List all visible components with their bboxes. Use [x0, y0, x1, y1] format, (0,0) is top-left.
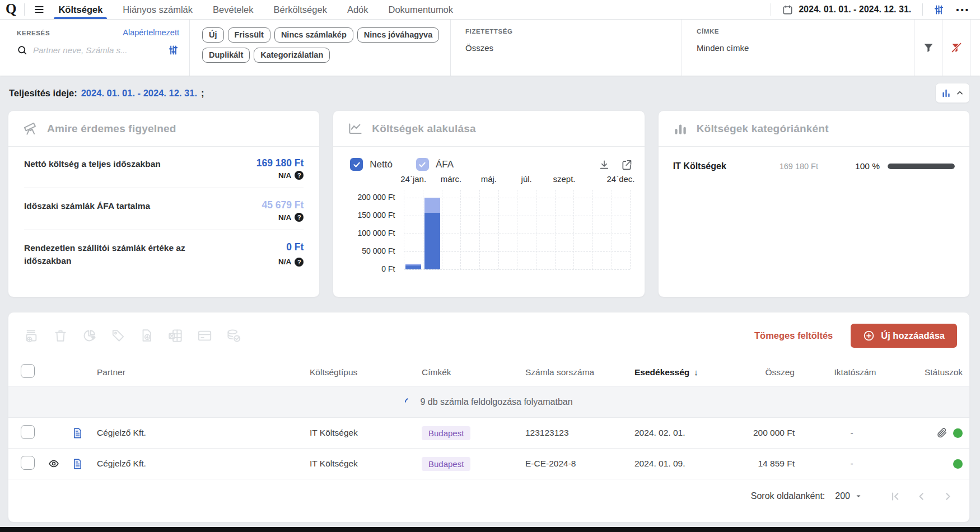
- paid-status-value[interactable]: Összes: [465, 43, 682, 53]
- help-icon[interactable]: ?: [295, 213, 304, 222]
- grid-line: [479, 190, 480, 269]
- external-link-icon[interactable]: [621, 159, 632, 170]
- col-iktatoszam[interactable]: Iktatószám: [801, 367, 902, 377]
- excel-export-icon[interactable]: [168, 328, 183, 343]
- tag-filter-value[interactable]: Minden címke: [697, 43, 914, 53]
- col-partner[interactable]: Partner: [90, 367, 303, 377]
- cell-due-date: 2024. 01. 09.: [628, 459, 729, 469]
- cell-filing-number: -: [801, 459, 902, 469]
- select-all-checkbox[interactable]: [21, 364, 35, 378]
- trend-card-title: Költségek alakulása: [372, 123, 475, 135]
- archive-add-icon[interactable]: [24, 328, 39, 343]
- coins-check-icon[interactable]: [226, 328, 241, 343]
- tag-icon[interactable]: [111, 328, 125, 343]
- tag-filter-section: CÍMKE Minden címke: [682, 20, 914, 76]
- invoice-document-icon[interactable]: [72, 427, 83, 439]
- divider: [922, 3, 923, 16]
- col-szamla-sorszama[interactable]: Számla sorszáma: [519, 367, 628, 377]
- category-card-title: Költségek kategóriánként: [697, 123, 829, 135]
- x-axis-tick: szept.: [553, 174, 575, 184]
- date-range-picker[interactable]: 2024. 01. 01. - 2024. 12. 31.: [774, 0, 919, 19]
- chip-uj[interactable]: Új: [202, 27, 224, 43]
- tab-hianyos-szamlak[interactable]: Hiányos számlák: [123, 0, 193, 19]
- checkbox-checked-icon: [416, 158, 429, 171]
- chart-bar-áfa[interactable]: [424, 198, 440, 213]
- table-row[interactable]: Cégjelző Kft. IT Költségek Budapest E-CE…: [8, 449, 969, 479]
- bar-chart-icon: [941, 88, 951, 98]
- grid-line: [498, 190, 499, 269]
- tab-koltsegek[interactable]: Költségek: [58, 0, 102, 19]
- row-checkbox[interactable]: [21, 425, 35, 439]
- chip-nincs-szamlakep[interactable]: Nincs számlakép: [274, 27, 353, 43]
- dashboard-cards: Amire érdemes figyelned Nettó költség a …: [8, 110, 970, 297]
- tab-berkoltsegek[interactable]: Bérköltségek: [274, 0, 327, 19]
- caret-down-icon: [855, 492, 862, 500]
- chip-duplikalt[interactable]: Duplikált: [202, 48, 250, 63]
- apply-filter-icon[interactable]: [914, 20, 942, 76]
- download-icon[interactable]: [599, 159, 610, 170]
- x-axis-tick: júl.: [521, 174, 532, 184]
- col-esedekesseg[interactable]: Esedékesség↓: [628, 367, 729, 377]
- chart-bar-nettó[interactable]: [405, 265, 421, 269]
- credit-card-icon[interactable]: [197, 328, 212, 343]
- telescope-icon: [23, 121, 38, 136]
- grid-line: [460, 190, 461, 269]
- col-statuszok[interactable]: Státuszok: [902, 367, 969, 377]
- trend-chart-card: Költségek alakulása Nettó ÁFA: [333, 110, 645, 297]
- clear-filter-icon[interactable]: [942, 20, 970, 76]
- help-icon[interactable]: ?: [295, 258, 304, 267]
- tag-chip[interactable]: Budapest: [422, 457, 470, 471]
- prev-page-icon[interactable]: [916, 491, 927, 502]
- chart-bar-áfa[interactable]: [405, 264, 421, 265]
- period-value[interactable]: 2024. 01. 01. - 2024. 12. 31.: [81, 88, 197, 99]
- app-logo[interactable]: Q: [4, 0, 21, 19]
- x-axis-tick: 24`dec.: [606, 174, 634, 184]
- status-ok-icon[interactable]: [953, 428, 963, 438]
- col-cimkek[interactable]: Címkék: [415, 367, 519, 377]
- col-osszeg[interactable]: Összeg: [729, 367, 801, 377]
- chip-nincs-jovahagyva[interactable]: Nincs jóváhagyva: [357, 27, 440, 43]
- cell-partner: Cégjelző Kft.: [90, 428, 303, 438]
- search-filters-icon[interactable]: [167, 44, 179, 56]
- trash-icon[interactable]: [53, 328, 68, 343]
- status-chips: Új Frissült Nincs számlakép Nincs jóváha…: [190, 20, 450, 76]
- attachment-icon[interactable]: [936, 427, 948, 438]
- chart-bar-nettó[interactable]: [424, 213, 440, 269]
- cell-filing-number: -: [801, 428, 902, 438]
- add-new-button[interactable]: Új hozzáadása: [851, 324, 957, 348]
- help-icon[interactable]: ?: [295, 171, 304, 180]
- charts-collapse-button[interactable]: [935, 83, 970, 103]
- invoice-document-icon[interactable]: [72, 458, 83, 470]
- rows-per-page-select[interactable]: 200: [835, 491, 862, 501]
- cell-invoice-number: 123123123: [519, 428, 628, 438]
- legend-netto[interactable]: Nettó: [350, 158, 393, 171]
- chip-kategorizalatlan[interactable]: Kategorizálatlan: [254, 48, 330, 63]
- tab-adok[interactable]: Adók: [347, 0, 368, 19]
- view-settings-icon[interactable]: [926, 0, 951, 19]
- main-tabs: Költségek Hiányos számlák Bevételek Bérk…: [58, 0, 453, 19]
- more-menu-icon[interactable]: •••: [951, 0, 974, 19]
- status-ok-icon[interactable]: [953, 459, 963, 469]
- cell-amount: 14 859 Ft: [729, 459, 801, 469]
- pie-chart-export-icon[interactable]: [82, 328, 97, 343]
- tab-bevetelek[interactable]: Bevételek: [213, 0, 253, 19]
- cell-cost-type: IT Költségek: [303, 459, 415, 469]
- row-checkbox[interactable]: [21, 456, 35, 470]
- file-download-icon[interactable]: [139, 328, 154, 343]
- table-row[interactable]: Cégjelző Kft. IT Költségek Budapest 1231…: [8, 418, 969, 449]
- menu-icon[interactable]: [28, 0, 50, 19]
- search-input[interactable]: [33, 45, 162, 55]
- bulk-upload-link[interactable]: Tömeges feltöltés: [754, 330, 833, 341]
- chip-frissult[interactable]: Frissült: [228, 27, 270, 43]
- search-icon: [17, 45, 27, 55]
- tag-chip[interactable]: Budapest: [422, 426, 470, 440]
- tab-dokumentumok[interactable]: Dokumentumok: [389, 0, 454, 19]
- table-toolbar: Tömeges feltöltés Új hozzáadása: [8, 312, 969, 358]
- grid-line: [423, 190, 423, 269]
- col-koltsegtipus[interactable]: Költségtípus: [303, 367, 415, 377]
- legend-afa[interactable]: ÁFA: [416, 158, 454, 171]
- first-page-icon[interactable]: [889, 491, 901, 502]
- next-page-icon[interactable]: [942, 491, 954, 502]
- default-preset-link[interactable]: Alapértelmezett: [123, 28, 179, 37]
- tag-filter-label: CÍMKE: [697, 28, 914, 35]
